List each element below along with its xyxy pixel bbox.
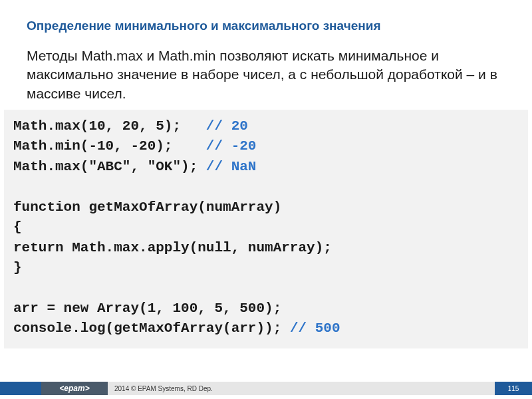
footer-copyright: 2014 © EPAM Systems, RD Dep.: [108, 382, 495, 395]
code-line: Math.min(-10, -20);: [13, 138, 206, 154]
code-line: Math.max(10, 20, 5);: [13, 118, 206, 134]
code-line: }: [13, 260, 22, 275]
code-line: Math.max("ABC", "OK");: [13, 159, 206, 174]
slide-body-text: Методы Math.max и Math.min позволяют иск…: [0, 43, 532, 110]
code-block: Math.max(10, 20, 5); // 20 Math.min(-10,…: [4, 110, 528, 348]
code-comment: // -20: [206, 138, 257, 154]
code-line: console.log(getMaxOfArray(arr));: [13, 321, 290, 336]
code-line: arr = new Array(1, 100, 5, 500);: [13, 301, 281, 316]
code-comment: // 20: [206, 118, 248, 134]
footer-accent: [0, 382, 41, 395]
code-comment: // NaN: [206, 159, 257, 174]
code-comment: // 500: [290, 321, 340, 336]
footer-logo: <epam>: [41, 382, 108, 395]
code-line: function getMaxOfArray(numArray): [13, 200, 281, 215]
code-line: {: [13, 219, 22, 235]
footer-page-number: 115: [495, 382, 532, 395]
slide-footer: <epam> 2014 © EPAM Systems, RD Dep. 115: [0, 382, 532, 395]
slide-title: Определение минимального и максимального…: [0, 0, 532, 43]
code-line: return Math.max.apply(null, numArray);: [13, 240, 332, 255]
